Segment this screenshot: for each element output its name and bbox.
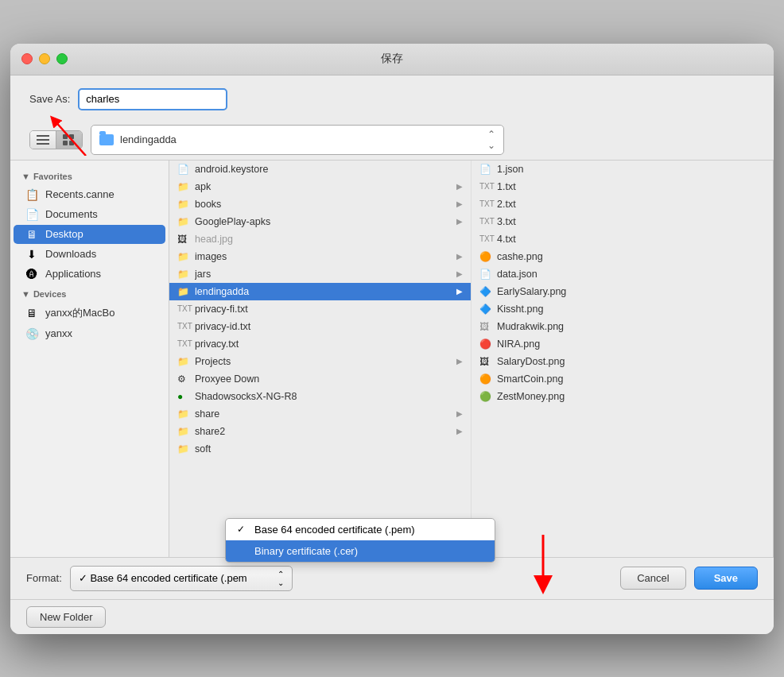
file-item[interactable]: 🔷 EarlySalary.png	[472, 283, 773, 300]
dropdown-item-label: Binary certificate (.cer)	[254, 545, 358, 557]
file-item[interactable]: TXT privacy.txt	[169, 335, 471, 353]
file-item[interactable]: 🔷 Kissht.png	[472, 300, 773, 318]
file-item[interactable]: 📄 android.keystore	[169, 161, 471, 178]
file-item[interactable]: TXT 4.txt	[472, 230, 773, 248]
file-icon: 📄	[479, 164, 492, 175]
png-icon: 🔴	[479, 338, 492, 350]
file-item[interactable]: 🟠 cashe.png	[472, 248, 773, 265]
file-item[interactable]: 📁 jars ▶	[169, 265, 471, 283]
file-item[interactable]: 📄 1.json	[472, 161, 773, 178]
red-arrow-indicator	[38, 112, 94, 156]
recents-label: Recents.canne	[45, 188, 114, 200]
downloads-icon: ⬇	[25, 248, 39, 261]
chevron-icon: ▶	[456, 269, 463, 278]
folder-selector[interactable]: lendingadda ⌃⌄	[91, 125, 504, 155]
file-item[interactable]: ● ShadowsocksX-NG-R8	[169, 388, 471, 405]
file-item[interactable]: 📁 share ▶	[169, 405, 471, 423]
chevron-icon: ▶	[456, 199, 463, 208]
folder-icon: 📁	[177, 356, 190, 367]
chevron-icon: ▶	[456, 252, 463, 261]
maximize-button[interactable]	[56, 53, 68, 64]
format-dropdown-popup: ✓ Base 64 encoded certificate (.pem) Bin…	[225, 518, 495, 563]
folder-spinner: ⌃⌄	[487, 129, 495, 151]
save-as-input[interactable]	[78, 88, 227, 110]
folder-icon: 📁	[177, 426, 190, 437]
txt-icon: TXT	[479, 234, 492, 243]
red-arrow-format	[519, 531, 567, 594]
file-item[interactable]: 📁 share2 ▶	[169, 423, 471, 440]
save-as-label: Save As:	[29, 93, 70, 105]
dropdown-item-label: Base 64 encoded certificate (.pem)	[254, 524, 415, 536]
chevron-icon: ▶	[456, 427, 463, 435]
chevron-icon: ▶	[456, 287, 463, 296]
new-folder-button[interactable]: New Folder	[26, 606, 106, 628]
file-item[interactable]: TXT 3.txt	[472, 213, 773, 230]
folder-icon: 📁	[177, 251, 190, 262]
txt-icon: TXT	[177, 322, 190, 331]
sidebar-item-desktop[interactable]: 🖥 Desktop	[14, 225, 165, 244]
folder-icon: 📁	[177, 199, 190, 210]
minimize-button[interactable]	[39, 53, 50, 64]
devices-header: ▼ Devices	[10, 284, 169, 302]
file-item[interactable]: 📁 books ▶	[169, 195, 471, 213]
png-icon: 🔷	[479, 286, 492, 297]
save-button[interactable]: Save	[694, 567, 758, 590]
txt-icon: TXT	[479, 217, 492, 226]
disk-icon: 💿	[25, 327, 39, 340]
format-dropdown[interactable]: ✓ Base 64 encoded certificate (.pem ⌃⌄	[70, 566, 293, 591]
file-item[interactable]: 📄 data.json	[472, 265, 773, 283]
file-item[interactable]: TXT privacy-fi.txt	[169, 300, 471, 318]
app-icon: ●	[177, 391, 190, 402]
folder-icon: 📁	[177, 181, 190, 192]
png-icon: 🖼	[479, 356, 492, 367]
file-item[interactable]: 📁 apk ▶	[169, 178, 471, 195]
file-item[interactable]: 📁 GooglePlay-apks ▶	[169, 213, 471, 230]
file-item-lendingadda[interactable]: 📁 lendingadda ▶	[169, 283, 471, 300]
sidebar-item-mac[interactable]: 🖥 yanxx的MacBo	[14, 303, 165, 323]
file-item[interactable]: TXT 2.txt	[472, 195, 773, 213]
folder-icon: 📁	[177, 443, 190, 455]
txt-icon: TXT	[177, 339, 190, 348]
file-item[interactable]: 🔴 NIRA.png	[472, 335, 773, 353]
main-content: ▼ Favorites 📋 Recents.canne 📄 Documents …	[10, 160, 774, 557]
file-icon: 📄	[479, 269, 492, 280]
file-item[interactable]: 🟢 ZestMoney.png	[472, 388, 773, 405]
mac-label: yanxx的MacBo	[45, 306, 114, 320]
file-item[interactable]: TXT 1.txt	[472, 178, 773, 195]
file-item[interactable]: 🖼 SalaryDost.png	[472, 353, 773, 370]
sidebar-item-documents[interactable]: 📄 Documents	[14, 205, 165, 224]
file-item[interactable]: 🖼 Mudrakwik.png	[472, 318, 773, 335]
sidebar-item-applications[interactable]: 🅐 Applications	[14, 265, 165, 284]
applications-label: Applications	[45, 268, 101, 280]
chevron-icon: ▶	[456, 182, 463, 191]
file-item[interactable]: 📁 images ▶	[169, 248, 471, 265]
file-item[interactable]: 🖼 head.jpg	[169, 230, 471, 248]
folder-icon	[99, 134, 114, 145]
favorites-header: ▼ Favorites	[10, 167, 169, 184]
file-item[interactable]: ⚙ Proxyee Down	[169, 370, 471, 388]
file-item[interactable]: TXT privacy-id.txt	[169, 318, 471, 335]
documents-icon: 📄	[25, 208, 39, 221]
file-item[interactable]: 🟠 SmartCoin.png	[472, 370, 773, 388]
mac-icon: 🖥	[25, 307, 39, 319]
cancel-button[interactable]: Cancel	[620, 567, 685, 590]
dropdown-item-pem[interactable]: ✓ Base 64 encoded certificate (.pem)	[226, 519, 495, 540]
downloads-label: Downloads	[45, 248, 96, 260]
file-panel: 📄 android.keystore 📁 apk ▶ 📁 books ▶ 📁 G…	[169, 161, 774, 557]
sidebar-item-downloads[interactable]: ⬇ Downloads	[14, 245, 165, 264]
sidebar-item-disk[interactable]: 💿 yanxx	[14, 324, 165, 343]
file-icon: 📄	[177, 164, 190, 175]
chevron-icon: ▶	[456, 217, 463, 226]
svg-line-1	[54, 120, 86, 156]
close-button[interactable]	[21, 53, 33, 64]
devices-label: Devices	[33, 289, 67, 299]
checkmark-icon: ✓	[237, 524, 248, 535]
dropdown-item-cer[interactable]: Binary certificate (.cer)	[226, 540, 495, 562]
dropdown-chevron-icon: ⌃⌄	[278, 570, 284, 587]
applications-icon: 🅐	[25, 268, 39, 280]
file-item[interactable]: 📁 Projects ▶	[169, 353, 471, 370]
file-item[interactable]: 📁 soft	[169, 440, 471, 458]
sidebar-item-recents[interactable]: 📋 Recents.canne	[14, 185, 165, 204]
format-label: Format:	[26, 572, 62, 584]
folder-selected-icon: 📁	[177, 286, 190, 297]
